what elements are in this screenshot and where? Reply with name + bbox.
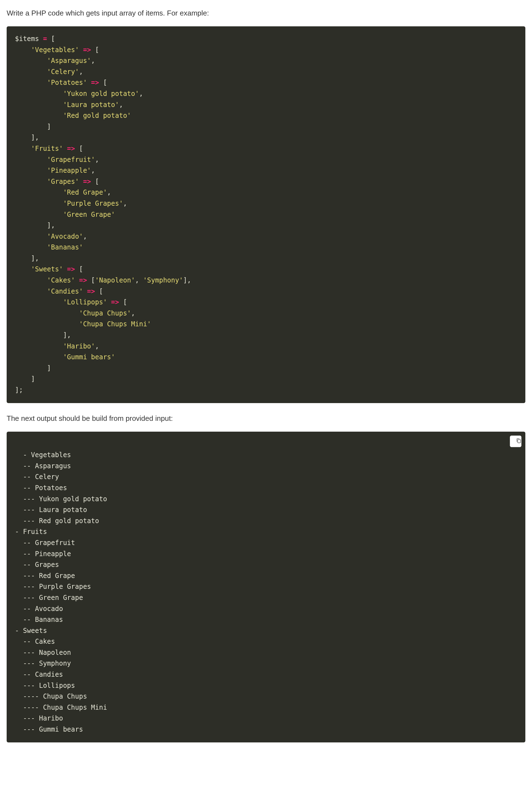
- code-token-var: $items: [15, 35, 39, 43]
- code-token-punct: [15, 276, 47, 284]
- code-token-str: 'Napoleon': [95, 276, 135, 284]
- code-token-punct: ,: [135, 276, 143, 284]
- code-token-str: 'Haribo': [63, 343, 95, 350]
- code-token-arrow: =>: [83, 46, 91, 54]
- code-token-punct: ,: [123, 200, 127, 207]
- code-token-punct: [15, 90, 63, 98]
- code-token-punct: [15, 178, 47, 186]
- code-token-str: 'Red Grape': [63, 189, 107, 196]
- code-token-punct: [15, 166, 47, 174]
- code-token-str: 'Fruits': [31, 145, 63, 153]
- code-token-punct: [15, 46, 31, 54]
- copy-button[interactable]: [510, 436, 521, 447]
- code-token-punct: [15, 265, 31, 273]
- code-token-str: 'Laura potato': [63, 101, 119, 109]
- code-token-str: 'Vegetables': [31, 46, 79, 54]
- code-token-punct: ,: [119, 101, 123, 109]
- code-token-punct: [15, 343, 63, 350]
- code-token-punct: [107, 298, 111, 306]
- code-token-punct: [63, 145, 67, 153]
- code-token-punct: [79, 178, 83, 186]
- code-token-str: 'Avocado': [47, 233, 83, 240]
- code-token-str: 'Cakes': [47, 276, 75, 284]
- code-token-punct: [15, 68, 47, 76]
- code-token-str: 'Potatoes': [47, 79, 87, 87]
- code-token-punct: ,: [131, 309, 135, 317]
- code-token-arrow: =>: [79, 276, 87, 284]
- code-token-str: 'Chupa Chups Mini': [79, 320, 151, 328]
- code-token-punct: [15, 353, 63, 361]
- code-token-punct: ],: [15, 134, 39, 141]
- code-token-punct: [87, 79, 91, 87]
- code-token-punct: [15, 200, 63, 207]
- code-token-punct: ]: [15, 364, 51, 372]
- code-token-punct: [79, 46, 83, 54]
- code-token-punct: ],: [15, 331, 71, 339]
- code-token-str: 'Pineapple': [47, 166, 91, 174]
- code-token-punct: [: [75, 145, 83, 153]
- clipboard-icon: [509, 434, 522, 449]
- code-token-str: 'Chupa Chups': [79, 309, 131, 317]
- code-token-punct: [75, 276, 79, 284]
- code-block-expected-output: - Vegetables -- Asparagus -- Celery -- P…: [7, 432, 525, 742]
- code-token-punct: [63, 265, 67, 273]
- code-token-punct: ,: [95, 343, 99, 350]
- code-token-arrow: =>: [91, 79, 99, 87]
- code-token-punct: [: [91, 46, 99, 54]
- code-token-punct: ],: [15, 255, 39, 262]
- code-token-str: 'Grapefruit': [47, 156, 95, 163]
- code-token-punct: [: [75, 265, 83, 273]
- code-token-punct: [: [47, 35, 55, 43]
- code-token-punct: [15, 298, 63, 306]
- code-token-str: 'Yukon gold potato': [63, 90, 139, 98]
- code-token-punct: [15, 112, 63, 119]
- code-token-punct: [15, 288, 47, 295]
- code-token-str: 'Gummi bears': [63, 353, 115, 361]
- code-token-punct: ,: [79, 68, 83, 76]
- code-token-punct: [39, 35, 43, 43]
- code-token-punct: [15, 101, 63, 109]
- code-token-punct: [: [91, 178, 99, 186]
- code-token-punct: ];: [15, 386, 23, 394]
- code-token-arrow: =>: [67, 265, 75, 273]
- code-token-str: 'Symphony': [143, 276, 183, 284]
- code-token-punct: [15, 79, 47, 87]
- code-token-punct: [15, 156, 47, 163]
- code-token-punct: ,: [139, 90, 143, 98]
- instruction-top: Write a PHP code which gets input array …: [7, 8, 525, 18]
- code-token-arrow: =>: [87, 288, 95, 295]
- code-token-punct: [: [87, 276, 95, 284]
- code-token-str: 'Purple Grapes': [63, 200, 123, 207]
- code-token-punct: [15, 320, 79, 328]
- code-token-punct: ,: [107, 189, 111, 196]
- code-token-arrow: =>: [111, 298, 119, 306]
- code-token-punct: [: [99, 79, 107, 87]
- code-token-str: 'Lollipops': [63, 298, 107, 306]
- code-token-punct: ,: [91, 57, 95, 64]
- code-token-punct: ]: [15, 123, 51, 131]
- code-token-punct: ,: [95, 156, 99, 163]
- code-token-punct: ,: [83, 233, 87, 240]
- code-token-str: 'Asparagus': [47, 57, 91, 64]
- code-token-punct: ]: [15, 375, 35, 383]
- code-token-punct: ],: [15, 221, 55, 229]
- code-token-punct: [15, 211, 63, 218]
- code-token-str: 'Candies': [47, 288, 83, 295]
- code-token-punct: [15, 57, 47, 64]
- code-token-punct: [15, 189, 63, 196]
- code-output-text: - Vegetables -- Asparagus -- Celery -- P…: [15, 451, 107, 733]
- code-token-str: 'Bananas': [47, 243, 83, 251]
- code-token-punct: ,: [91, 166, 95, 174]
- code-token-str: 'Celery': [47, 68, 79, 76]
- code-token-eq: =: [43, 35, 47, 43]
- code-token-punct: [15, 243, 47, 251]
- code-token-str: 'Red gold potato': [63, 112, 131, 119]
- code-token-arrow: =>: [83, 178, 91, 186]
- code-token-str: 'Green Grape': [63, 211, 115, 218]
- code-token-punct: ],: [183, 276, 191, 284]
- code-token-punct: [: [119, 298, 127, 306]
- code-token-punct: [: [95, 288, 103, 295]
- code-token-punct: [15, 309, 79, 317]
- svg-rect-0: [518, 440, 520, 443]
- code-token-punct: [15, 233, 47, 240]
